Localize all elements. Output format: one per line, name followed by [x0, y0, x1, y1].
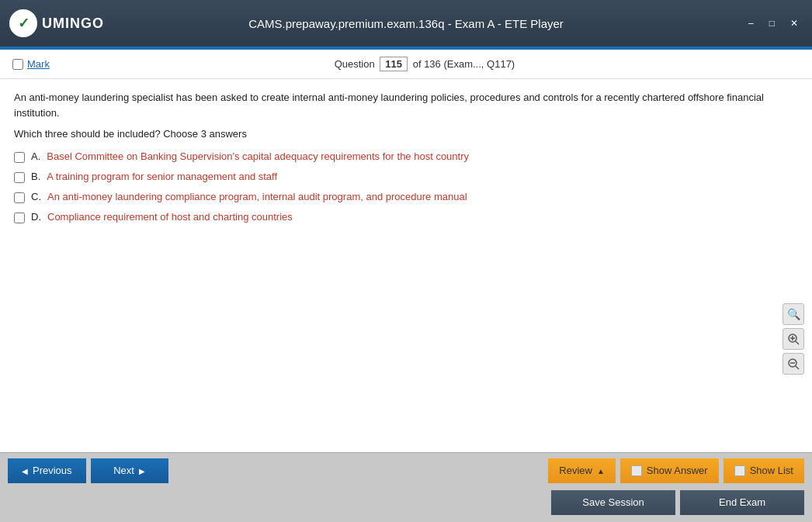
option-c-checkbox[interactable] — [14, 192, 25, 203]
logo-circle: ✓ — [9, 9, 37, 37]
logo-area: ✓ UMINGO — [9, 9, 104, 37]
option-b: B. A training program for senior managem… — [14, 171, 798, 183]
option-d-letter: D. — [31, 211, 41, 223]
show-list-icon — [734, 465, 745, 476]
zoom-in-button[interactable] — [783, 328, 804, 350]
close-button[interactable]: ✕ — [786, 16, 803, 30]
previous-button[interactable]: Previous — [8, 458, 86, 483]
option-a-text: Basel Committee on Banking Supervision's… — [47, 150, 469, 162]
nav-row-2: Save Session End Exam — [0, 488, 812, 522]
mark-label[interactable]: Mark — [27, 58, 50, 70]
option-c-letter: C. — [31, 191, 41, 202]
question-number-box: 115 — [380, 57, 408, 71]
question-label: Question — [335, 58, 375, 70]
app-title: CAMS.prepaway.premium.exam.136q - Exam A… — [248, 17, 564, 30]
review-button[interactable]: Review — [548, 458, 616, 483]
question-of-text: of 136 (Exam..., Q117) — [413, 58, 515, 70]
option-b-text: A training program for senior management… — [47, 171, 277, 182]
search-button[interactable]: 🔍 — [783, 303, 804, 325]
save-session-button[interactable]: Save Session — [551, 490, 675, 515]
option-c: C. An anti-money laundering compliance p… — [14, 191, 798, 203]
question-text: An anti-money laundering specialist has … — [14, 90, 798, 120]
end-exam-label: End Exam — [719, 496, 765, 508]
show-list-button[interactable]: Show List — [724, 458, 804, 483]
logo-text: UMINGO — [42, 16, 104, 32]
next-button[interactable]: Next — [91, 458, 168, 483]
main-content: An anti-money laundering specialist has … — [0, 79, 812, 452]
svg-line-1 — [796, 341, 799, 344]
title-bar: ✓ UMINGO CAMS.prepaway.premium.exam.136q… — [0, 0, 812, 47]
show-answer-button[interactable]: Show Answer — [620, 458, 719, 483]
next-arrow-icon — [139, 465, 145, 476]
question-instruction: Which three should be included? Choose 3… — [14, 128, 798, 140]
maximize-button[interactable]: □ — [765, 16, 779, 30]
option-d-checkbox[interactable] — [14, 213, 25, 223]
option-d-text: Compliance requirement of host and chart… — [47, 211, 293, 223]
logo-check-icon: ✓ — [18, 15, 29, 32]
option-c-text: An anti-money laundering compliance prog… — [47, 191, 467, 202]
mark-checkbox[interactable] — [12, 59, 23, 70]
save-session-label: Save Session — [582, 496, 644, 508]
question-header: Mark Question 115 of 136 (Exam..., Q117) — [0, 50, 812, 79]
review-arrow-icon — [597, 465, 605, 476]
window-controls: – □ ✕ — [744, 16, 803, 30]
nav-row-1: Previous Next Review Show Answer Show Li… — [0, 453, 812, 488]
svg-line-5 — [796, 366, 799, 369]
option-a-letter: A. — [31, 150, 40, 162]
mark-area: Mark — [12, 58, 50, 70]
question-number-area: Question 115 of 136 (Exam..., Q117) — [50, 57, 800, 71]
minimize-button[interactable]: – — [744, 16, 758, 30]
option-a: A. Basel Committee on Banking Supervisio… — [14, 150, 798, 163]
prev-arrow-icon — [22, 465, 28, 476]
show-answer-icon — [631, 465, 642, 476]
question-text-content: An anti-money laundering specialist has … — [14, 92, 764, 119]
option-b-letter: B. — [31, 171, 40, 182]
option-b-checkbox[interactable] — [14, 172, 25, 183]
tools-panel: 🔍 — [783, 303, 804, 375]
next-label: Next — [113, 465, 134, 476]
end-exam-button[interactable]: End Exam — [680, 490, 804, 515]
bottom-nav: Previous Next Review Show Answer Show Li… — [0, 452, 812, 522]
option-d: D. Compliance requirement of host and ch… — [14, 211, 798, 223]
previous-label: Previous — [33, 465, 72, 476]
zoom-out-button[interactable] — [783, 353, 804, 375]
review-label: Review — [559, 465, 592, 476]
show-list-label: Show List — [750, 465, 793, 476]
show-answer-label: Show Answer — [647, 465, 708, 476]
answer-options: A. Basel Committee on Banking Supervisio… — [14, 150, 798, 223]
option-a-checkbox[interactable] — [14, 152, 25, 163]
